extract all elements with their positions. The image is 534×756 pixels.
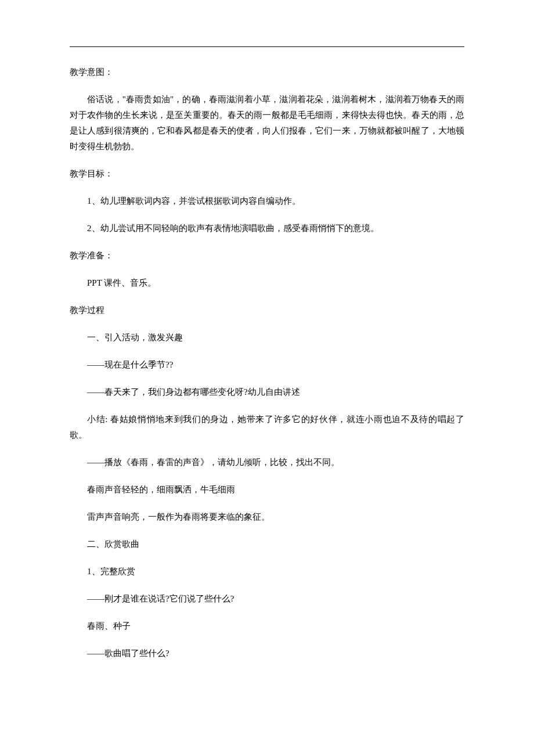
process-s1-thunder: 雷声声音响亮，一般作为春雨将要来临的象征。 <box>70 509 464 525</box>
process-s1-q2: ——春天来了，我们身边都有哪些变化呀?幼儿自由讲述 <box>70 384 464 400</box>
heading-prep: 教学准备： <box>70 248 464 264</box>
process-s2-q2: ——歌曲唱了些什么? <box>70 646 464 661</box>
goal-item-2: 2、幼儿尝试用不同轻响的歌声有表情地演唱歌曲，感受春雨悄悄下的意境。 <box>70 221 464 236</box>
horizontal-rule <box>70 46 464 47</box>
process-s1-summary: 小结: 春姑娘悄悄地来到我们的身边，她带来了许多它的好伙伴，就连小雨也迫不及待的… <box>70 412 464 443</box>
heading-process: 教学过程 <box>70 303 464 318</box>
process-s1-title: 一、引入活动，激发兴趣 <box>70 330 464 345</box>
process-s1-q1: ——现在是什么季节?? <box>70 357 464 373</box>
document-page: 教学意图： 俗话说，"春雨贵如油"，的确，春雨滋润着小草，滋润着花朵，滋润着树木… <box>0 0 534 708</box>
paragraph-intent-body: 俗话说，"春雨贵如油"，的确，春雨滋润着小草，滋润着花朵，滋润着树木，滋润着万物… <box>70 92 464 154</box>
goal-item-1: 1、幼儿理解歌词内容，并尝试根据歌词内容自编动作。 <box>70 193 464 209</box>
process-s2-title: 二、欣赏歌曲 <box>70 537 464 552</box>
prep-body: PPT 课件、音乐。 <box>70 275 464 291</box>
process-s2-ans: 春雨、种子 <box>70 618 464 634</box>
heading-goals: 教学目标： <box>70 166 464 182</box>
process-s2-q1: ——刚才是谁在说话?它们说了些什么? <box>70 591 464 607</box>
process-s1-play: ——播放《春雨，春雷的声音》，请幼儿倾听，比较，找出不同。 <box>70 455 464 470</box>
process-s2-item1: 1、完整欣赏 <box>70 564 464 579</box>
heading-intent: 教学意图： <box>70 64 464 80</box>
process-s1-rain: 春雨声音轻轻的，细雨飘洒，牛毛细雨 <box>70 482 464 498</box>
